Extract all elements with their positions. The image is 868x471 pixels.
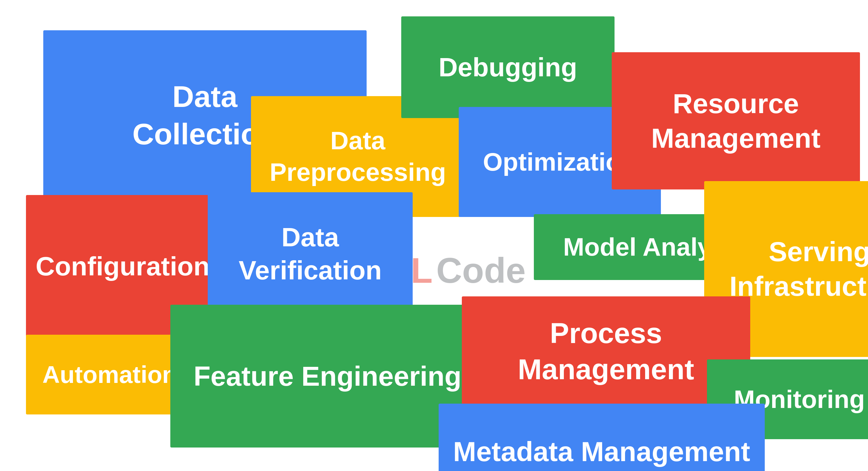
feature-engineering: Feature Engineering [170, 305, 485, 447]
debugging: Debugging [401, 17, 615, 118]
resource-management: Resource Management [612, 52, 860, 189]
data-verification: Data Verification [208, 192, 413, 316]
metadata-management: Metadata Management [439, 404, 765, 471]
main-canvas: ML Code Data CollectionData Preprocessin… [0, 0, 868, 471]
automation: Automation [26, 335, 193, 414]
code-text: Code [436, 250, 526, 291]
